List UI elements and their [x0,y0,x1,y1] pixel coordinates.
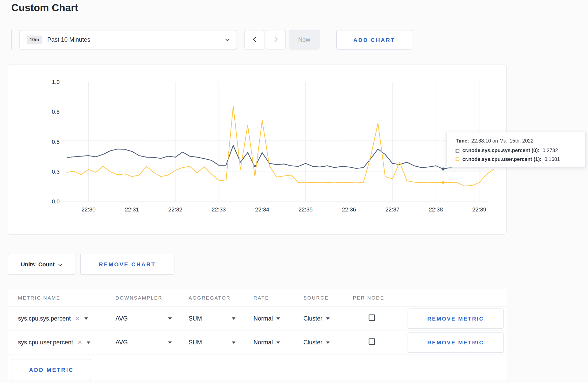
caret-down-icon [232,317,235,320]
tooltip-series-value: 0.2732 [542,148,558,153]
user-series-swatch-icon [456,157,459,161]
hovered-point-marker [442,181,444,184]
y-axis-tick-label: 0.3 [52,168,60,175]
units-dropdown[interactable]: Units: Count [8,254,75,275]
chevron-down-icon [225,38,230,41]
caret-down-icon [326,317,329,320]
metric-name-select-row-0[interactable]: sys.cpu.sys.percent ✕ [18,315,115,322]
time-range-dropdown[interactable]: 10m Past 10 Minutes [19,30,237,49]
chevron-left-icon [253,36,256,43]
col-header-aggregator: AGGREGATOR [189,295,254,301]
toolbar: 10m Past 10 Minutes Now ADD CHART [0,30,588,49]
metrics-line-chart[interactable]: 0.00.30.50.81.022:3022:3122:3222:3322:34… [8,65,507,235]
series-line-1 [67,106,494,186]
clear-metric-icon[interactable]: ✕ [78,339,82,346]
x-axis-tick-label: 22:38 [429,206,443,213]
custom-chart-page: Custom Chart 10m Past 10 Minutes Now ADD… [0,0,588,383]
table-row: sys.cpu.user.percent ✕ AVG SUM Normal Cl… [8,331,507,355]
y-axis-tick-label: 0.8 [52,109,60,115]
caret-down-icon [85,317,88,320]
source-select-row-0[interactable]: Cluster [303,315,353,322]
col-header-rate: RATE [254,295,303,301]
metrics-table-header: METRIC NAME DOWNSAMPLER AGGREGATOR RATE … [8,289,507,307]
remove-metric-button-row-0[interactable]: REMOVE METRIC [408,308,503,329]
metric-name: sys.cpu.sys.percent [18,315,71,322]
caret-down-icon [276,341,280,344]
source-value: Cluster [303,339,322,346]
caret-down-icon [168,341,172,344]
rate-select-row-0[interactable]: Normal [254,315,303,322]
y-axis-tick-label: 0.5 [52,139,60,145]
tooltip-time-value: 22:38:10 on Mar 15th, 2022 [471,138,534,144]
x-axis-tick-label: 22:36 [342,206,356,213]
add-metric-button[interactable]: ADD METRIC [12,359,91,380]
metrics-table: METRIC NAME DOWNSAMPLER AGGREGATOR RATE … [8,289,507,380]
units-label: Units: Count [21,261,54,267]
tooltip-time-label: Time: [456,138,469,144]
col-header-downsampler: DOWNSAMPLER [115,295,188,301]
chevron-down-icon [58,261,62,267]
y-axis-tick-label: 0.0 [52,198,60,205]
caret-down-icon [326,341,329,344]
aggregator-select-row-1[interactable]: SUM [189,339,236,346]
x-axis-tick-label: 22:31 [125,206,139,213]
sys-series-swatch-icon [456,149,459,152]
downsampler-value: AVG [115,339,128,346]
col-header-per-node: PER NODE [353,295,408,301]
col-header-metric-name: METRIC NAME [18,295,115,301]
remove-metric-button-row-1[interactable]: REMOVE METRIC [408,332,503,352]
caret-down-icon [168,317,172,320]
metric-name: sys.cpu.user.percent [18,339,73,346]
page-title: Custom Chart [11,2,78,14]
chart-card: 0.00.30.50.81.022:3022:3122:3222:3322:34… [8,64,507,235]
tooltip-series-label: cr.node.sys.cpu.user.percent (1): [462,156,541,162]
hovered-point-marker [442,167,445,171]
aggregator-value: SUM [189,315,202,322]
x-axis-tick-label: 22:35 [299,206,313,213]
tooltip-series-value: 0.1601 [544,156,560,162]
x-axis-tick-label: 22:37 [385,206,399,213]
table-row: sys.cpu.sys.percent ✕ AVG SUM Normal Clu… [8,307,507,331]
caret-down-icon [232,341,235,344]
aggregator-select-row-0[interactable]: SUM [189,315,236,322]
prev-time-range-button[interactable] [244,30,264,49]
chart-tooltip: Time:22:38:10 on Mar 15th, 2022 cr.node.… [446,132,586,167]
rate-value: Normal [254,339,273,346]
per-node-checkbox-row-0[interactable] [369,315,375,321]
x-axis-tick-label: 22:30 [81,206,95,213]
caret-down-icon [276,317,280,320]
now-button[interactable]: Now [289,30,320,49]
metric-name-select-row-1[interactable]: sys.cpu.user.percent ✕ [18,339,115,346]
aggregator-value: SUM [189,339,202,346]
tooltip-series-label: cr.node.sys.cpu.sys.percent (0): [462,148,539,153]
time-range-label: Past 10 Minutes [47,36,90,43]
downsampler-select-row-0[interactable]: AVG [115,315,172,322]
x-axis-tick-label: 22:33 [212,206,226,213]
tooltip-time-row: Time:22:38:10 on Mar 15th, 2022 [456,138,578,144]
tooltip-series-row: cr.node.sys.cpu.sys.percent (0): 0.2732 [456,148,578,153]
rate-select-row-1[interactable]: Normal [254,339,303,346]
per-node-checkbox-row-1[interactable] [369,338,375,345]
tooltip-series-row: cr.node.sys.cpu.user.percent (1): 0.1601 [456,156,578,162]
rate-value: Normal [254,315,273,322]
downsampler-value: AVG [115,315,128,322]
y-axis-tick-label: 1.0 [52,79,60,85]
x-axis-tick-label: 22:34 [255,206,269,213]
source-value: Cluster [303,315,322,322]
col-header-source: SOURCE [303,295,353,301]
downsampler-select-row-1[interactable]: AVG [115,339,172,346]
toolbar-divider [11,30,11,49]
series-line-0 [67,145,494,169]
chevron-right-icon [274,36,278,43]
x-axis-tick-label: 22:39 [472,206,486,213]
clear-metric-icon[interactable]: ✕ [75,315,80,322]
time-range-badge: 10m [27,36,42,44]
remove-chart-button[interactable]: REMOVE CHART [80,254,174,275]
x-axis-tick-label: 22:32 [168,206,182,213]
next-time-range-button[interactable] [266,30,286,49]
caret-down-icon [87,341,90,344]
source-select-row-1[interactable]: Cluster [303,339,353,346]
add-chart-button[interactable]: ADD CHART [336,30,412,49]
